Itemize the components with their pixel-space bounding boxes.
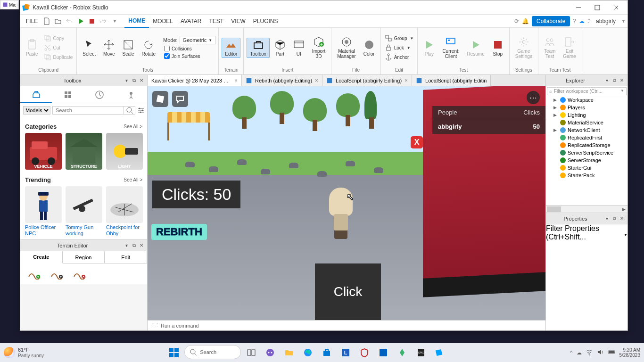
close-icon[interactable]: × bbox=[234, 77, 238, 84]
stop-button[interactable]: Stop bbox=[489, 38, 506, 58]
category-light[interactable]: LIGHT bbox=[106, 133, 143, 170]
toolbox-close-icon[interactable]: ✕ bbox=[138, 77, 145, 84]
category-vehicle[interactable]: VEHICLE bbox=[25, 133, 62, 170]
toolbox-tab-creations[interactable] bbox=[116, 86, 147, 103]
minimize-button[interactable] bbox=[569, 1, 588, 14]
join-surfaces-checkbox[interactable]: Join Surfaces bbox=[163, 53, 215, 59]
terrain-generate-icon[interactable] bbox=[28, 268, 41, 280]
doctab-localscript1[interactable]: LocalScript (abbgirly Editing)× bbox=[322, 75, 412, 86]
close-icon[interactable]: × bbox=[405, 77, 408, 84]
toolbox-tab-recent[interactable] bbox=[84, 86, 116, 103]
exit-game-button[interactable]: Exit Game bbox=[560, 35, 578, 60]
cloud-icon[interactable]: ☁ bbox=[579, 18, 585, 25]
search-icon[interactable] bbox=[124, 107, 135, 114]
chat-button[interactable] bbox=[172, 91, 188, 107]
categories-seeall[interactable]: See All > bbox=[124, 124, 142, 129]
taskbar-sims-icon[interactable] bbox=[394, 345, 411, 360]
click-button[interactable]: Click bbox=[315, 263, 381, 320]
share-icon[interactable]: ⤴ bbox=[587, 18, 590, 25]
tray-onedrive-icon[interactable]: ☁ bbox=[577, 350, 582, 356]
duplicate-button[interactable]: Duplicate bbox=[43, 53, 74, 61]
task-view-icon[interactable] bbox=[243, 345, 260, 360]
explorer-node-replicatedfirst[interactable]: ReplicatedFirst bbox=[546, 134, 627, 141]
move-button[interactable]: Move bbox=[100, 38, 117, 58]
game-settings-button[interactable]: Game Settings bbox=[512, 35, 535, 60]
terrain-close-icon[interactable]: ✕ bbox=[138, 242, 145, 249]
redo-icon[interactable] bbox=[98, 16, 108, 26]
explorer-close-icon[interactable]: ✕ bbox=[618, 77, 626, 84]
ui-button[interactable]: UI bbox=[290, 38, 307, 58]
qat-dropdown-icon[interactable]: ▼ bbox=[109, 16, 120, 26]
tray-wifi-icon[interactable] bbox=[586, 348, 593, 357]
tray-battery-icon[interactable] bbox=[608, 348, 616, 357]
username-label[interactable]: abbgirly bbox=[593, 18, 619, 25]
stop-icon[interactable] bbox=[87, 16, 97, 26]
start-button[interactable] bbox=[165, 345, 182, 360]
doctab-localscript2[interactable]: LocalScript (abbgirly Editin bbox=[412, 75, 491, 86]
tray-volume-icon[interactable] bbox=[597, 348, 604, 357]
cut-button[interactable]: Cut bbox=[43, 43, 74, 52]
taskbar-store-icon[interactable] bbox=[318, 345, 335, 360]
explorer-node-starterpack[interactable]: StarterPack bbox=[546, 172, 627, 179]
team-test-button[interactable]: Team Test bbox=[541, 35, 558, 60]
explorer-popout-icon[interactable]: ⧉ bbox=[611, 77, 618, 84]
filter-icon[interactable] bbox=[137, 106, 145, 115]
toolbox-button[interactable]: Toolbox bbox=[247, 38, 269, 58]
viewport-more-icon[interactable]: ⋯ bbox=[527, 91, 540, 104]
explorer-node-networkclient[interactable]: ▶NetworkClient bbox=[546, 126, 627, 134]
taskbar-mcafee-icon[interactable] bbox=[356, 345, 373, 360]
taskbar-edge-icon[interactable] bbox=[299, 345, 316, 360]
properties-popout-icon[interactable]: ⧉ bbox=[611, 215, 618, 222]
tab-test[interactable]: TEST bbox=[205, 15, 227, 28]
taskbar-weather[interactable]: 61°FPartly sunny bbox=[4, 347, 44, 358]
explorer-node-serverscriptservice[interactable]: ServerScriptService bbox=[546, 149, 627, 156]
file-menu[interactable]: FILE bbox=[22, 15, 41, 28]
terrain-tab-create[interactable]: Create bbox=[20, 251, 63, 263]
trending-tommy-gun[interactable]: Tommy Gun working bbox=[66, 186, 102, 237]
tab-avatar[interactable]: AVATAR bbox=[177, 15, 205, 28]
collaborate-button[interactable]: Collaborate bbox=[532, 16, 570, 26]
undo-icon[interactable] bbox=[64, 16, 74, 26]
toolbox-search-input[interactable] bbox=[53, 107, 124, 114]
current-client-button[interactable]: Current: Client bbox=[439, 35, 462, 60]
terrain-dropdown-icon[interactable]: ▾ bbox=[123, 242, 130, 249]
close-popup-button[interactable]: X bbox=[411, 136, 423, 148]
doctab-rebirth[interactable]: Rebirth (abbgirly Editing)× bbox=[242, 75, 322, 86]
taskbar-chat-icon[interactable] bbox=[262, 345, 279, 360]
properties-dropdown-icon[interactable]: ▾ bbox=[603, 215, 611, 222]
explorer-node-workspace[interactable]: ▶Workspace bbox=[546, 96, 627, 104]
color-button[interactable]: Color bbox=[361, 38, 378, 58]
maximize-button[interactable] bbox=[588, 1, 607, 14]
toolbox-dropdown-icon[interactable]: ▾ bbox=[123, 77, 130, 84]
lock-button[interactable]: Lock▼ bbox=[384, 43, 415, 52]
user-dropdown-icon[interactable]: ▼ bbox=[621, 19, 626, 24]
explorer-filter-input[interactable]: ⌕Filter workspace (Ctrl...▼ bbox=[547, 87, 627, 95]
scale-button[interactable]: Scale bbox=[120, 38, 137, 58]
properties-filter-input[interactable]: Filter Properties (Ctrl+Shift...▼ bbox=[546, 224, 627, 241]
toolbox-tab-marketplace[interactable] bbox=[20, 86, 52, 103]
new-file-icon[interactable] bbox=[41, 16, 52, 26]
tray-expand-icon[interactable]: ^ bbox=[570, 350, 572, 355]
explorer-node-lighting[interactable]: ▶Lighting bbox=[546, 111, 627, 119]
explorer-hscrollbar[interactable]: ▶ bbox=[546, 205, 627, 213]
explorer-dropdown-icon[interactable]: ▾ bbox=[603, 77, 611, 84]
play-icon[interactable] bbox=[75, 16, 86, 26]
taskbar-clock[interactable]: 9:20 AM5/28/2023 bbox=[619, 347, 641, 358]
material-manager-button[interactable]: Material Manager bbox=[334, 35, 358, 60]
collisions-checkbox[interactable]: Collisions bbox=[163, 45, 215, 52]
game-viewport[interactable]: ⋯ PeopleClicks abbgirly50 X Clicks: 50 R… bbox=[148, 86, 545, 320]
terrain-editor-button[interactable]: Editor bbox=[222, 38, 240, 58]
open-file-icon[interactable] bbox=[53, 16, 63, 26]
play-button[interactable]: Play bbox=[421, 38, 438, 58]
explorer-node-players[interactable]: ▶Players bbox=[546, 104, 627, 111]
toolbox-type-select[interactable]: Models bbox=[23, 106, 50, 115]
taskbar-roblox-studio-icon[interactable] bbox=[431, 345, 448, 360]
rebirth-button[interactable]: REBIRTH bbox=[151, 224, 207, 240]
terrain-clear-icon[interactable] bbox=[73, 268, 86, 280]
tab-plugins[interactable]: PLUGINS bbox=[249, 15, 282, 28]
paste-button[interactable]: Paste bbox=[23, 38, 41, 58]
toolbox-tab-inventory[interactable] bbox=[52, 86, 83, 103]
taskbar-epic-icon[interactable]: EPIC bbox=[413, 345, 429, 360]
taskbar-search[interactable]: Search bbox=[184, 345, 241, 359]
doctab-place[interactable]: Kawaii Clicker @ 28 May 2023 08:48× bbox=[148, 75, 242, 86]
